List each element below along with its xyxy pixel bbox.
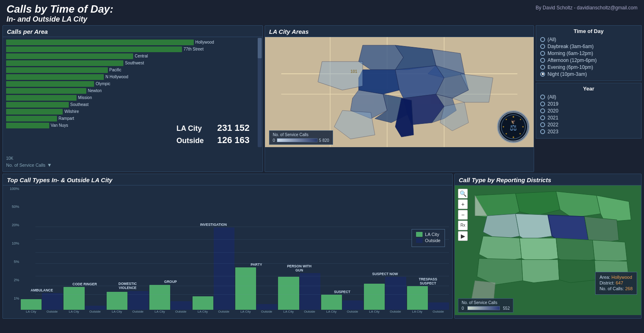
- bars-pair: [321, 295, 363, 310]
- bars-pair: [107, 291, 149, 310]
- bar-city[interactable]: [235, 267, 256, 310]
- radio-outer: [540, 101, 545, 106]
- bar-outside[interactable]: [42, 293, 63, 309]
- top-call-types-title: Top Call Types In- & Outside LA City: [3, 174, 452, 185]
- bar-city[interactable]: [107, 292, 127, 310]
- calls-per-area-title: Calls per Area: [3, 26, 263, 37]
- scrollbar[interactable]: [258, 38, 262, 147]
- district-map-svg: [455, 185, 641, 315]
- svg-marker-46: [593, 240, 627, 262]
- bar-outside[interactable]: [300, 273, 320, 310]
- y-axis-label: 5%: [6, 260, 19, 264]
- la-city-map[interactable]: 101 ★ ★ ★ ★ ★ ★ ★ ★: [265, 37, 534, 147]
- year-option-5[interactable]: 2023: [540, 129, 637, 135]
- year-option-1[interactable]: 2019: [540, 101, 637, 107]
- bar-label: Olympic: [96, 82, 110, 86]
- svg-marker-40: [515, 214, 552, 240]
- bar-city[interactable]: [407, 286, 428, 310]
- bar-outside[interactable]: [428, 302, 449, 309]
- district-legend-min: 0: [462, 306, 464, 311]
- legend-swatch-outside: [416, 238, 423, 243]
- year-option-3[interactable]: 2021: [540, 115, 637, 121]
- bar-x-labels: LA CityOutside: [407, 310, 449, 313]
- reset-control[interactable]: Rx: [458, 221, 468, 230]
- radio-outer: [540, 122, 545, 127]
- la-city-areas-title: LA City Areas: [265, 26, 534, 37]
- y-axis-label: 50%: [6, 205, 19, 209]
- year-option-2[interactable]: 2020: [540, 108, 637, 114]
- bar-fill: [6, 53, 133, 59]
- bar-city[interactable]: [193, 296, 213, 309]
- filter-option-label: Morning (6am-12pm): [548, 51, 593, 56]
- time-option-5[interactable]: Night (10pm-3am): [540, 71, 637, 77]
- bar-fill: [6, 40, 194, 45]
- bar-fill: [6, 109, 63, 115]
- bar-label: Central: [135, 54, 148, 58]
- radio-outer: [540, 65, 545, 70]
- play-control[interactable]: ▶: [458, 231, 468, 241]
- bar-fill: [6, 95, 77, 101]
- scrollbar-thumb[interactable]: [258, 38, 262, 58]
- bar-outside[interactable]: [385, 277, 406, 310]
- time-options-group: (All)Daybreak (3am-6am)Morning (6am-12pm…: [540, 37, 637, 77]
- bar-outside[interactable]: [171, 301, 191, 310]
- svg-text:★: ★: [512, 135, 515, 139]
- bars-pair: [21, 293, 63, 309]
- bar-city[interactable]: [364, 284, 385, 309]
- search-control[interactable]: 🔍: [458, 189, 468, 198]
- year-title: Year: [540, 86, 637, 92]
- bar-label: Newton: [88, 88, 102, 93]
- time-option-0[interactable]: (All): [540, 37, 637, 42]
- time-option-3[interactable]: Afternoon (12pm-6pm): [540, 57, 637, 63]
- bottom-section: Top Call Types In- & Outside LA City 100…: [0, 174, 644, 320]
- bar-fill: [6, 46, 182, 52]
- year-option-0[interactable]: (All): [540, 94, 637, 100]
- time-option-4[interactable]: Evening (6pm-10pm): [540, 64, 637, 70]
- bar-city[interactable]: [21, 299, 42, 309]
- radio-outer: [540, 37, 545, 42]
- svg-text:★: ★: [519, 118, 521, 121]
- calls-per-area-panel: Calls per Area Hollywood77th StreetCentr…: [2, 25, 263, 172]
- bar-outside[interactable]: [342, 300, 363, 310]
- bar-fill: [6, 123, 49, 128]
- bar-group-3: GROUPLA CityOutside: [149, 274, 191, 313]
- svg-marker-49: [558, 259, 596, 282]
- bar-group-label: TRESPASSSUSPECT: [419, 276, 437, 285]
- bar-x-labels: LA CityOutside: [364, 310, 406, 313]
- time-option-2[interactable]: Morning (6am-12pm): [540, 51, 637, 56]
- bar-outside[interactable]: [128, 291, 149, 310]
- bar-x-label: LA City: [197, 310, 208, 313]
- bars-pair: [64, 287, 105, 309]
- time-option-1[interactable]: Daybreak (3am-6am): [540, 44, 637, 49]
- bar-x-label: Outside: [90, 310, 101, 313]
- year-option-4[interactable]: 2022: [540, 122, 637, 128]
- bar-row: Southwest: [6, 60, 259, 66]
- filter-option-label: (All): [548, 94, 556, 100]
- zoom-in-control[interactable]: +: [458, 199, 468, 209]
- svg-text:⚖: ⚖: [510, 123, 517, 132]
- bar-outside[interactable]: [85, 306, 106, 309]
- svg-marker-44: [519, 238, 558, 262]
- svg-text:★: ★: [522, 125, 524, 128]
- legend-item-city: LA City: [416, 232, 440, 237]
- bar-outside[interactable]: [256, 304, 277, 310]
- outside-value: 126 163: [217, 135, 250, 146]
- top-call-types-panel: Top Call Types In- & Outside LA City 100…: [2, 174, 453, 319]
- bar-x-label: LA City: [412, 310, 422, 313]
- gridline: [35, 227, 449, 227]
- bar-group-label: CODE RINGER: [72, 276, 97, 286]
- bar-outside[interactable]: [214, 227, 234, 309]
- filter-option-label: 2021: [548, 115, 559, 121]
- svg-text:🦅: 🦅: [511, 119, 516, 124]
- tooltip-calls-label: No. of Calls:: [600, 286, 624, 291]
- chart-legend-box: LA City Outside: [412, 229, 445, 247]
- la-city-areas-panel: LA City Areas: [265, 25, 534, 172]
- bar-city[interactable]: [149, 285, 170, 310]
- zoom-out-control[interactable]: −: [458, 210, 468, 220]
- legend-label-outside: Outside: [425, 238, 440, 243]
- district-map-area[interactable]: 🔍 + − Rx ▶: [455, 185, 641, 315]
- bar-city[interactable]: [278, 277, 299, 310]
- y-axis-label: 2%: [6, 278, 19, 282]
- bar-city[interactable]: [64, 287, 84, 309]
- bar-city[interactable]: [321, 295, 342, 310]
